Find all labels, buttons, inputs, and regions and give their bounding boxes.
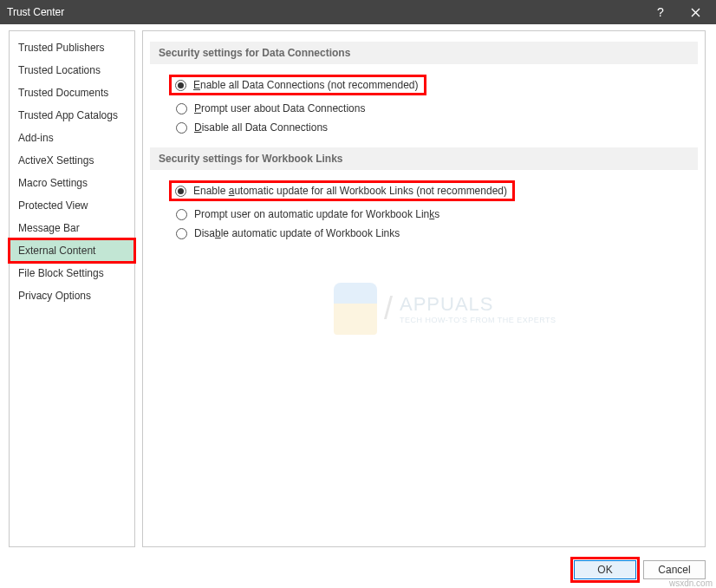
watermark-brand: APPUALS bbox=[400, 293, 557, 316]
close-icon bbox=[691, 8, 700, 17]
section-header-workbook-links: Security settings for Workbook Links bbox=[150, 147, 698, 170]
sidebar-item-protected-view[interactable]: Protected View bbox=[10, 194, 134, 217]
radio-icon[interactable] bbox=[176, 228, 187, 239]
ok-button[interactable]: OK bbox=[574, 560, 636, 579]
radio-label: Prompt user on automatic update for Work… bbox=[194, 208, 439, 220]
data-connections-option-2[interactable]: Disable all Data Connections bbox=[143, 120, 705, 135]
window-title: Trust Center bbox=[7, 6, 643, 18]
watermark: / APPUALS TECH HOW-TO'S FROM THE EXPERTS bbox=[334, 283, 557, 335]
dialog-content: Trusted PublishersTrusted LocationsTrust… bbox=[0, 24, 716, 588]
sidebar-item-macro-settings[interactable]: Macro Settings bbox=[10, 172, 134, 194]
radio-icon[interactable] bbox=[175, 186, 186, 197]
radio-label: Enable automatic update for all Workbook… bbox=[193, 185, 507, 197]
sidebar-item-activex-settings[interactable]: ActiveX Settings bbox=[10, 149, 134, 172]
radio-label: Disable automatic update of Workbook Lin… bbox=[194, 227, 400, 239]
main-panel: Security settings for Data Connections E… bbox=[142, 30, 706, 547]
titlebar: Trust Center ? bbox=[0, 0, 716, 24]
radio-label: Prompt user about Data Connections bbox=[194, 102, 365, 114]
highlight-box: Enable all Data Connections (not recomme… bbox=[169, 75, 426, 95]
sidebar-item-trusted-locations[interactable]: Trusted Locations bbox=[10, 59, 134, 82]
data-connections-option-0[interactable]: Enable all Data Connections (not recomme… bbox=[143, 73, 705, 97]
sidebar-item-privacy-options[interactable]: Privacy Options bbox=[10, 284, 134, 307]
section-header-data-connections: Security settings for Data Connections bbox=[150, 42, 698, 64]
workbook-links-option-0[interactable]: Enable automatic update for all Workbook… bbox=[143, 179, 705, 203]
radio-label: Enable all Data Connections (not recomme… bbox=[193, 79, 419, 91]
sidebar-item-message-bar[interactable]: Message Bar bbox=[10, 217, 134, 239]
radio-icon[interactable] bbox=[175, 80, 186, 91]
footer-credit: wsxdn.com bbox=[669, 578, 713, 588]
close-button[interactable] bbox=[678, 0, 713, 24]
workbook-links-option-1[interactable]: Prompt user on automatic update for Work… bbox=[143, 206, 705, 222]
watermark-tagline: TECH HOW-TO'S FROM THE EXPERTS bbox=[400, 316, 557, 324]
radio-icon[interactable] bbox=[176, 209, 187, 220]
sidebar-item-trusted-documents[interactable]: Trusted Documents bbox=[10, 82, 134, 104]
sidebar-item-trusted-publishers[interactable]: Trusted Publishers bbox=[10, 36, 134, 59]
watermark-figure-icon bbox=[334, 283, 377, 335]
sidebar-item-external-content[interactable]: External Content bbox=[10, 239, 134, 262]
watermark-text: APPUALS TECH HOW-TO'S FROM THE EXPERTS bbox=[400, 293, 557, 324]
sidebar-item-trusted-app-catalogs[interactable]: Trusted App Catalogs bbox=[10, 104, 134, 127]
workbook-links-option-2[interactable]: Disable automatic update of Workbook Lin… bbox=[143, 225, 705, 241]
help-button[interactable]: ? bbox=[643, 0, 678, 24]
sidebar: Trusted PublishersTrusted LocationsTrust… bbox=[9, 30, 135, 547]
radio-label: Disable all Data Connections bbox=[194, 121, 328, 134]
radio-icon[interactable] bbox=[176, 103, 187, 114]
dialog-button-row: OK Cancel bbox=[574, 560, 706, 579]
radio-icon[interactable] bbox=[176, 122, 187, 134]
sidebar-item-file-block-settings[interactable]: File Block Settings bbox=[10, 262, 134, 284]
workbook-links-options: Enable automatic update for all Workbook… bbox=[143, 179, 705, 241]
watermark-slash-icon: / bbox=[384, 291, 393, 327]
data-connections-option-1[interactable]: Prompt user about Data Connections bbox=[143, 101, 705, 116]
data-connections-options: Enable all Data Connections (not recomme… bbox=[143, 73, 705, 135]
sidebar-item-add-ins[interactable]: Add-ins bbox=[10, 127, 134, 149]
highlight-box: Enable automatic update for all Workbook… bbox=[169, 180, 515, 201]
cancel-button[interactable]: Cancel bbox=[643, 560, 706, 579]
